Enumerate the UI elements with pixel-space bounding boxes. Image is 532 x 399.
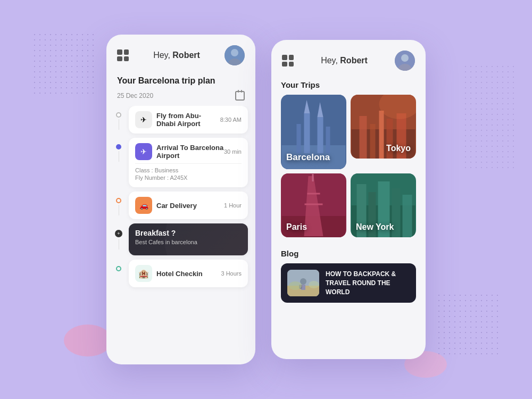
svg-point-41: [309, 281, 319, 288]
phones-container: Hey, Robert Your Barcelona trip plan 25 …: [106, 35, 426, 364]
card-car[interactable]: 🚗 Car Delivery 1 Hour: [129, 192, 248, 219]
right-menu-icon[interactable]: [282, 55, 294, 66]
svg-rect-8: [304, 113, 310, 153]
svg-rect-16: [360, 116, 367, 159]
car-time: 1 Hour: [224, 202, 242, 209]
fly-time: 8:30 AM: [220, 117, 242, 123]
svg-point-37: [300, 278, 306, 285]
dot-fly: [116, 112, 121, 118]
card-hotel[interactable]: 🏨 Hotel Checkin 3 Hours: [129, 260, 248, 287]
car-title: Car Delivery: [156, 202, 197, 210]
arrival-details: Class : Business Fly Number : A245X: [135, 163, 242, 181]
blog-article-title: HOW TO BACKPACK & TRAVEL ROUND THE WORLD: [326, 270, 410, 296]
breakfast-title: Breakfast ?: [135, 229, 242, 237]
dot-col-car: [114, 192, 123, 215]
svg-rect-12: [297, 124, 301, 153]
svg-rect-27: [312, 174, 314, 181]
card-breakfast[interactable]: Breakfast ? Best Cafes in barcelona: [129, 223, 248, 255]
dot-car: [116, 198, 121, 203]
date-row: 25 Dec 2020: [106, 89, 255, 106]
paris-label: Paris: [286, 222, 307, 232]
arrival-title: Arrival To Barcelona Airport: [156, 144, 224, 160]
trip-tile-tokyo[interactable]: Tokyo: [351, 95, 416, 159]
dot-hotel: [116, 266, 121, 271]
timeline-item-fly: ✈ Fly from Abu-Dhabi Airport 8:30 AM: [114, 106, 248, 134]
bg-dots-right: [463, 64, 516, 170]
newyork-label: New York: [356, 222, 394, 232]
hotel-title: Hotel Checkin: [156, 270, 203, 278]
calendar-icon[interactable]: [235, 91, 245, 101]
car-icon: 🚗: [135, 197, 152, 214]
right-greeting: Hey, Robert: [321, 56, 368, 65]
right-avatar[interactable]: [395, 51, 415, 71]
bg-blob-pink: [64, 325, 112, 356]
right-phone: Hey, Robert Your Trips Barcelona: [271, 40, 426, 359]
arrival-flynumber: Fly Number : A245X: [135, 174, 242, 181]
arrival-time: 30 min: [224, 148, 242, 155]
timeline-item-hotel: 🏨 Hotel Checkin 3 Hours: [114, 260, 248, 287]
timeline-item-car: 🚗 Car Delivery 1 Hour: [114, 192, 248, 219]
arrival-class: Class : Business: [135, 167, 242, 173]
timeline-item-breakfast: Breakfast ? Best Cafes in barcelona: [114, 223, 248, 255]
trip-plan-title: Your Barcelona trip plan: [106, 71, 255, 89]
trips-section-title: Your Trips: [271, 76, 426, 95]
bg-dots-topleft: [32, 32, 96, 96]
card-arrival[interactable]: ✈ Arrival To Barcelona Airport 30 min Cl…: [129, 138, 248, 187]
dot-col-fly: [114, 106, 123, 130]
breakfast-subtitle: Best Cafes in barcelona: [135, 239, 242, 245]
trip-date: 25 Dec 2020: [117, 92, 153, 99]
trip-tile-barcelona[interactable]: Barcelona: [281, 95, 346, 169]
fly-title: Fly from Abu-Dhabi Airport: [156, 112, 220, 128]
trips-grid: Barcelona Tokyo Paris New York: [271, 95, 426, 237]
tokyo-label: Tokyo: [386, 144, 411, 153]
blog-section: Blog HOW TO BACKPACK & TRAVE: [271, 242, 426, 308]
svg-point-4: [401, 54, 409, 62]
blog-card[interactable]: HOW TO BACKPACK & TRAVEL ROUND THE WORLD: [281, 263, 416, 303]
fly-icon: ✈: [135, 111, 152, 128]
bg-dots-bottomright: [436, 293, 500, 356]
dot-col-hotel: [114, 260, 123, 271]
timeline-item-arrival: ✈ Arrival To Barcelona Airport 30 min Cl…: [114, 138, 248, 187]
trip-tile-paris[interactable]: Paris: [281, 173, 346, 237]
barcelona-label: Barcelona: [286, 152, 330, 163]
menu-icon[interactable]: [117, 49, 129, 61]
svg-rect-13: [326, 127, 330, 153]
arrival-icon: ✈: [135, 143, 152, 160]
svg-point-1: [231, 49, 238, 56]
hotel-time: 3 Hours: [221, 270, 242, 277]
left-phone: Hey, Robert Your Barcelona trip plan 25 …: [106, 35, 255, 364]
svg-point-40: [289, 281, 302, 290]
card-fly[interactable]: ✈ Fly from Abu-Dhabi Airport 8:30 AM: [129, 106, 248, 134]
timeline: ✈ Fly from Abu-Dhabi Airport 8:30 AM: [106, 106, 255, 364]
left-avatar[interactable]: [225, 45, 245, 65]
trip-tile-newyork[interactable]: New York: [351, 173, 416, 237]
dot-breakfast: [115, 230, 122, 237]
dot-col-breakfast: [114, 223, 123, 250]
blog-section-title: Blog: [281, 249, 416, 258]
right-phone-header: Hey, Robert: [271, 40, 426, 76]
dot-arrival: [116, 144, 121, 149]
blog-thumbnail: [287, 270, 319, 296]
svg-rect-18: [379, 111, 384, 159]
left-phone-header: Hey, Robert: [106, 35, 255, 71]
svg-rect-34: [403, 195, 412, 237]
hotel-icon: 🏨: [135, 265, 152, 282]
svg-rect-9: [318, 117, 323, 153]
left-greeting: Hey, Robert: [153, 51, 200, 60]
svg-rect-17: [370, 124, 376, 159]
dot-col-arrival: [114, 138, 123, 162]
